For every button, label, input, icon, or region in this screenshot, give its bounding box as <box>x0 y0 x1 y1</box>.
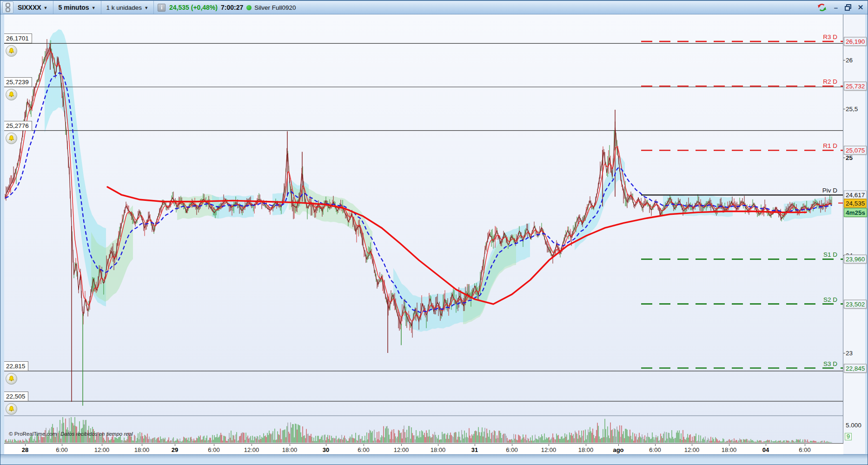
time-axis-label: 6:00 <box>56 446 67 453</box>
alert-price-label: 25,7239 <box>4 77 32 87</box>
price-axis-tick: 25,5 <box>846 106 858 113</box>
time-axis-tick-mark <box>62 444 62 446</box>
price-axis-tick-mark <box>843 60 845 60</box>
time-axis-tick-mark <box>655 444 656 446</box>
pivot-value-label: 22,845 <box>844 364 867 372</box>
alert-bell-button[interactable] <box>6 133 17 144</box>
chevron-down-icon: ▼ <box>44 6 48 10</box>
time-axis-tick-mark <box>805 444 805 446</box>
volume-axis-tick: 5.000 <box>846 422 861 429</box>
time-axis-label: 18:00 <box>722 446 737 453</box>
pivot-name-label: R2 D <box>823 78 837 85</box>
alert-bell-button[interactable] <box>6 403 17 415</box>
time-axis-tick-mark <box>364 444 364 446</box>
price-axis[interactable]: 2625,525242326,19025,73225,07524,61723,9… <box>843 14 865 454</box>
pivot-name-label: R3 D <box>823 33 837 40</box>
bell-icon <box>8 91 15 98</box>
alert-bell-button[interactable] <box>6 89 17 100</box>
time-axis-label: 28 <box>22 446 28 453</box>
time-axis-label: 30 <box>323 446 329 453</box>
pivot-name-label: S2 D <box>823 296 837 303</box>
sync-refresh-icon[interactable] <box>817 3 827 12</box>
toolbar-separator <box>101 1 101 14</box>
price-axis-tick: 26 <box>846 57 853 64</box>
alert-price-label: 26,1701 <box>4 33 32 43</box>
time-axis-label: 6:00 <box>358 446 369 453</box>
candle-countdown-label: 4m25s <box>844 208 867 217</box>
pivot-value-label: 23,960 <box>844 255 867 264</box>
timeframe-label: 5 minutos <box>59 4 89 11</box>
time-axis-tick-mark <box>290 444 290 446</box>
alert-price-label: 22,505 <box>4 392 28 401</box>
chevron-down-icon: ▼ <box>144 6 148 10</box>
pivot-value-label: 23,502 <box>844 299 867 308</box>
time-axis-tick-mark <box>586 444 586 446</box>
pivot-name-label: S3 D <box>823 360 837 367</box>
bell-icon <box>8 405 15 412</box>
close-button[interactable]: ✕ <box>856 3 865 12</box>
pivot-name-label: S1 D <box>823 251 837 258</box>
time-axis-label: 18:00 <box>578 446 594 453</box>
time-axis-tick-mark <box>475 444 475 446</box>
copyright-note: © ProRealTime.comDatos recibidos en tiem… <box>9 431 133 437</box>
pivot-name-label: Piv D <box>822 187 837 194</box>
time-axis-tick-mark <box>214 444 214 446</box>
time-axis-label: 12:00 <box>94 446 110 453</box>
time-axis-tick-mark <box>438 444 438 446</box>
time-axis-tick-mark <box>401 444 402 446</box>
time-axis-tick-mark <box>142 444 142 446</box>
time-axis-label: 04 <box>762 446 769 453</box>
pivot-value-label: 25,075 <box>844 146 867 155</box>
pivot-value-label: 26,190 <box>844 37 867 46</box>
time-axis-label: 18:00 <box>134 446 150 453</box>
window-bottom-frame <box>0 454 868 465</box>
alert-bell-button[interactable] <box>6 373 17 385</box>
alert-price-label: 25,2776 <box>4 121 32 131</box>
bell-icon <box>8 135 15 142</box>
bell-icon <box>8 47 15 54</box>
window-controls: – ✕ <box>817 3 868 12</box>
price-chart[interactable] <box>4 14 843 443</box>
time-axis-tick-mark <box>102 444 102 446</box>
units-dropdown[interactable]: 1 k unidades ▼ <box>102 1 152 14</box>
minimize-button[interactable]: – <box>832 4 840 12</box>
units-label: 1 k unidades <box>106 4 142 11</box>
pivot-value-label: 24,617 <box>844 191 867 199</box>
prorealtime-chart-window: SIXXXX ▼ 5 minutos ▼ 1 k unidades ▼ i 24… <box>0 0 868 465</box>
current-price-label: 24,535 <box>844 199 867 207</box>
instrument-name: Silver Full0920 <box>254 4 296 11</box>
time-axis-label: 6:00 <box>649 446 661 453</box>
time-axis-tick-mark <box>175 444 175 446</box>
time-axis-tick-mark <box>252 444 252 446</box>
time-axis-tick-mark <box>618 444 619 446</box>
time-axis-tick-mark <box>25 444 26 446</box>
time-axis-label: 12:00 <box>541 446 557 453</box>
chain-link-icon <box>5 3 11 12</box>
clock: 7:00:27 <box>221 4 243 11</box>
time-axis-label: 18:00 <box>282 446 298 453</box>
toolbar-separator <box>153 1 154 14</box>
timeframe-dropdown[interactable]: 5 minutos ▼ <box>54 1 100 14</box>
time-axis-label: 12:00 <box>394 446 409 453</box>
feed-status-text: Datos recibidos en tiempo real <box>60 431 133 437</box>
restore-button[interactable] <box>845 4 852 11</box>
time-axis-label: 18:00 <box>431 446 446 453</box>
time-axis-tick-mark <box>326 444 326 446</box>
time-axis[interactable]: 286:0012:0018:00296:0012:0018:00306:0012… <box>4 443 843 454</box>
toolbar-separator <box>53 1 53 14</box>
symbol-dropdown[interactable]: SIXXXX ▼ <box>13 1 52 14</box>
time-axis-tick-mark <box>729 444 729 446</box>
time-axis-tick-mark <box>549 444 549 446</box>
price-chart-pane[interactable]: 26,170125,723925,277622,81522,505R3 DR2 … <box>4 14 843 443</box>
info-icon[interactable]: i <box>158 4 166 12</box>
time-axis-label: 6:00 <box>799 446 810 453</box>
pivot-name-label: R1 D <box>823 142 837 149</box>
link-windows-button[interactable] <box>2 1 13 13</box>
time-axis-label: ago <box>613 446 623 453</box>
toolbar: SIXXXX ▼ 5 minutos ▼ 1 k unidades ▼ i 24… <box>0 0 868 14</box>
pivot-value-label: 25,732 <box>844 82 867 91</box>
last-price-change: 24,535 (+0,48%) <box>169 4 218 11</box>
time-axis-label: 12:00 <box>244 446 259 453</box>
symbol-label: SIXXXX <box>18 4 41 11</box>
chevron-down-icon: ▼ <box>92 6 96 10</box>
